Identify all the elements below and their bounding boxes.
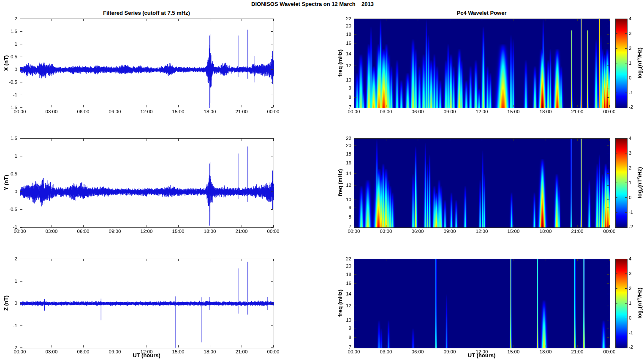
tick-mark	[271, 31, 273, 32]
tick-mark	[616, 78, 617, 78]
tick-mark	[20, 345, 20, 347]
freq-tick-label: 20	[339, 263, 351, 269]
timeseries-z-panel-canvas	[20, 259, 274, 348]
tick-mark	[607, 283, 609, 284]
tick-mark	[354, 227, 356, 227]
x-tick-label: 15:00	[502, 109, 525, 115]
tick-mark	[83, 345, 84, 347]
tick-mark	[607, 328, 609, 328]
right-column-title: Pc4 Wavelet Power	[354, 10, 609, 16]
tick-mark	[52, 139, 52, 141]
tick-mark	[514, 345, 514, 347]
tick-mark	[546, 259, 546, 261]
colorbar-unit-label-part: /Hz)	[636, 47, 643, 57]
tick-mark	[271, 95, 273, 95]
y-tick-label: 1.5	[0, 136, 17, 141]
tick-mark	[178, 19, 179, 21]
tick-mark	[271, 303, 273, 304]
tick-mark	[273, 19, 274, 21]
tick-mark	[20, 227, 22, 227]
tick-mark	[616, 273, 617, 274]
x-tick-label: 18:00	[534, 109, 557, 115]
timeseries-x-panel-canvas	[20, 19, 274, 108]
x-tick-label: 03:00	[375, 109, 397, 115]
tick-mark	[20, 281, 22, 282]
tick-mark	[514, 225, 514, 227]
tick-mark	[210, 139, 210, 141]
tick-mark	[52, 345, 52, 347]
x-tick-label: 18:00	[534, 229, 557, 234]
tick-mark	[607, 200, 609, 200]
tick-mark	[115, 259, 115, 261]
tick-mark	[210, 259, 210, 261]
y-axis-label-x: X (nT)	[3, 33, 9, 93]
tick-mark	[52, 19, 52, 21]
tick-mark	[20, 325, 22, 326]
tick-mark	[20, 259, 22, 259]
tick-mark	[354, 173, 356, 174]
tick-mark	[354, 26, 356, 26]
tick-mark	[625, 78, 627, 78]
freq-axis-label-z: freq (mHz)	[337, 273, 343, 333]
colorbar-unit-label-part: /Hz)	[636, 287, 643, 298]
tick-mark	[20, 82, 22, 82]
tick-mark	[178, 105, 179, 107]
x-tick-label: 12:00	[470, 109, 493, 115]
y-tick-label: 2	[0, 16, 17, 22]
tick-mark	[418, 345, 418, 347]
tick-mark	[607, 320, 609, 320]
tick-mark	[616, 48, 617, 49]
tick-mark	[386, 345, 386, 347]
colorbar-row2-canvas	[616, 139, 627, 227]
colorbar-unit-label-part: (nT	[636, 60, 643, 68]
x-tick-label: 18:00	[198, 109, 221, 115]
tick-mark	[354, 54, 356, 54]
tick-mark	[450, 259, 450, 261]
tick-mark	[625, 333, 627, 333]
tick-mark	[20, 69, 22, 70]
tick-mark	[577, 345, 578, 347]
tick-mark	[609, 225, 610, 227]
x-tick-label: 12:00	[135, 229, 158, 234]
tick-mark	[625, 153, 627, 153]
tick-mark	[418, 225, 418, 227]
tick-mark	[273, 139, 274, 141]
tick-mark	[607, 306, 609, 306]
tick-mark	[242, 225, 242, 227]
tick-mark	[354, 259, 354, 261]
x-tick-label: 00:00	[598, 109, 621, 115]
tick-mark	[115, 105, 115, 107]
tick-mark	[625, 227, 627, 227]
tick-mark	[147, 19, 147, 21]
tick-mark	[607, 154, 609, 154]
x-tick-label: 00:00	[262, 109, 285, 115]
tick-mark	[625, 168, 627, 168]
tick-mark	[607, 337, 609, 338]
tick-mark	[20, 44, 22, 44]
tick-mark	[354, 107, 356, 107]
y-tick-label: -1	[0, 92, 17, 98]
freq-tick-label: 20	[339, 143, 351, 148]
tick-mark	[616, 227, 617, 227]
tick-mark	[625, 183, 627, 183]
x-tick-label: 03:00	[375, 229, 397, 234]
colorbar-tick-label: -2	[629, 104, 639, 110]
tick-mark	[20, 95, 22, 95]
tick-mark	[354, 306, 356, 306]
tick-mark	[354, 19, 356, 19]
tick-mark	[482, 105, 482, 107]
tick-mark	[609, 139, 610, 141]
tick-mark	[546, 139, 546, 141]
spectrogram-x-panel	[354, 19, 610, 108]
spectrogram-z-panel	[354, 259, 610, 348]
tick-mark	[625, 63, 627, 63]
tick-mark	[607, 266, 609, 266]
tick-mark	[450, 105, 450, 107]
tick-mark	[607, 80, 609, 80]
tick-mark	[178, 225, 179, 227]
tick-mark	[271, 82, 273, 82]
tick-mark	[115, 345, 115, 347]
tick-mark	[271, 227, 273, 227]
tick-mark	[273, 105, 274, 107]
colorbar-unit-label: log2(nT2/Hz)	[635, 153, 641, 212]
